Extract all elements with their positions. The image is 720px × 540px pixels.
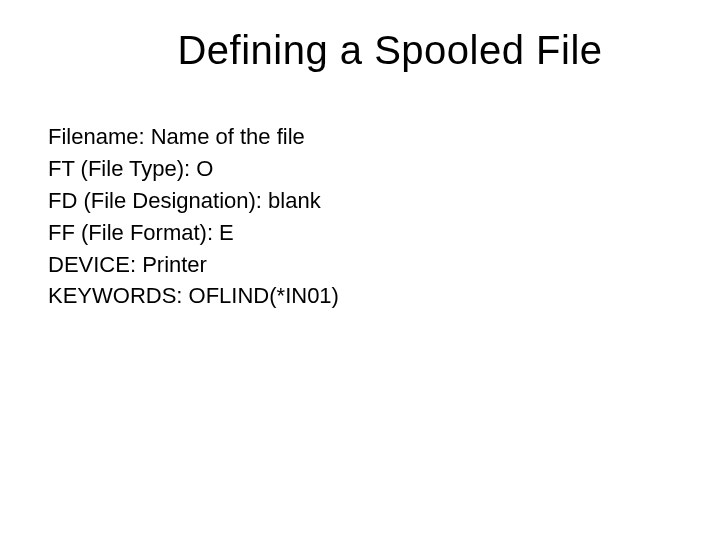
slide-body: Filename: Name of the file FT (File Type… bbox=[48, 121, 672, 312]
body-line: DEVICE: Printer bbox=[48, 249, 672, 281]
body-line: FT (File Type): O bbox=[48, 153, 672, 185]
body-line: FF (File Format): E bbox=[48, 217, 672, 249]
body-line: Filename: Name of the file bbox=[48, 121, 672, 153]
slide-container: Defining a Spooled File Filename: Name o… bbox=[0, 0, 720, 540]
slide-title: Defining a Spooled File bbox=[108, 28, 672, 73]
body-line: KEYWORDS: OFLIND(*IN01) bbox=[48, 280, 672, 312]
body-line: FD (File Designation): blank bbox=[48, 185, 672, 217]
